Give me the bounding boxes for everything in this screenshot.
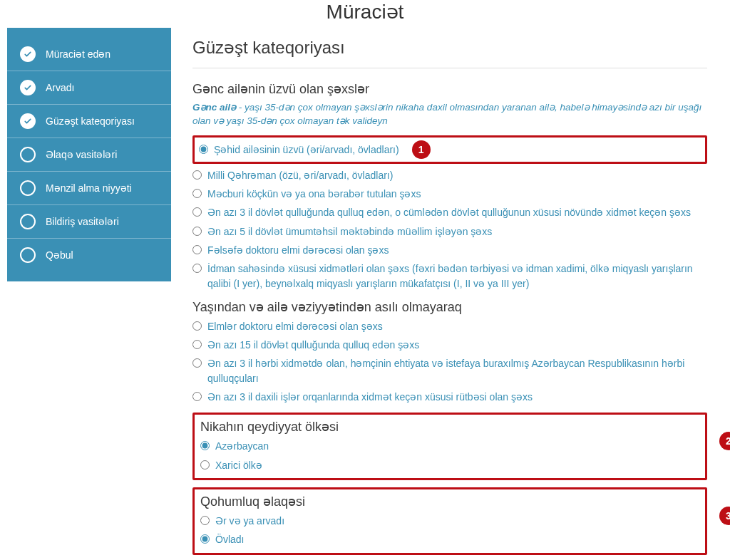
radio-sehid-ailesi[interactable]: Şəhid ailəsinin üzvü (əri/arvadı, övladl…	[199, 142, 399, 157]
radio-label: Elmlər doktoru elmi dərəcəsi olan şəxs	[207, 319, 383, 333]
radio-option[interactable]: Elmlər doktoru elmi dərəcəsi olan şəxs	[192, 319, 707, 333]
main-content: Güzəşt kateqoriyası Gənc ailənin üzvü ol…	[171, 28, 723, 560]
check-circle-icon	[20, 80, 36, 95]
section-regardless-heading: Yaşından və ailə vəziyyətindən asılı olm…	[192, 299, 707, 315]
radio-option[interactable]: İdman sahəsində xüsusi xidmətləri olan ş…	[192, 261, 707, 291]
radio-input[interactable]	[200, 516, 210, 525]
sidebar-item-label: Qəbul	[46, 249, 73, 261]
radio-label: Milli Qəhrəman (özü, əri/arvadı, övladla…	[207, 168, 393, 182]
radio-option[interactable]: Xarici ölkə	[200, 458, 681, 472]
sidebar-item[interactable]: Əlaqə vasitələri	[7, 138, 171, 172]
radio-label: Şəhid ailəsinin üzvü (əri/arvadı, övladl…	[214, 142, 399, 157]
marriage-country-heading: Nikahın qeydiyyat ölkəsi	[200, 419, 681, 435]
radio-input[interactable]	[192, 207, 202, 217]
radio-input[interactable]	[200, 460, 210, 470]
radio-label: Ən azı 5 il dövlət ümumtəhsil məktəbində…	[207, 224, 492, 239]
radio-option[interactable]: Fəlsəfə doktoru elmi dərəcəsi olan şəxs	[192, 243, 707, 257]
radio-label: Ən azı 3 il hərbi xidmətdə olan, həmçini…	[207, 356, 707, 385]
radio-input[interactable]	[192, 245, 202, 254]
check-circle-icon	[20, 113, 36, 129]
section2-radios: Elmlər doktoru elmi dərəcəsi olan şəxsƏn…	[192, 319, 707, 404]
radio-option[interactable]: Məcburi köçkün və ya ona bərabər tutulan…	[192, 187, 707, 201]
callout-1: Şəhid ailəsinin üzvü (əri/arvadı, övladl…	[192, 135, 707, 164]
radio-option[interactable]: Ən azı 15 il dövlət qulluğunda qulluq ed…	[192, 338, 707, 352]
circle-icon	[20, 247, 36, 263]
radio-label: Azərbaycan	[215, 439, 269, 453]
radio-input[interactable]	[200, 534, 210, 544]
sidebar-item-label: Arvadı	[46, 82, 74, 93]
sidebar-item-label: Müraciət edən	[46, 48, 110, 60]
sidebar-item[interactable]: Arvadı	[7, 71, 171, 105]
radio-label: Ən azı 15 il dövlət qulluğunda qulluq ed…	[207, 338, 419, 352]
radio-input[interactable]	[192, 189, 202, 198]
radio-label: Ər və ya arvadı	[215, 514, 284, 528]
radio-label: İdman sahəsində xüsusi xidmətləri olan ş…	[207, 261, 707, 291]
section-young-family-heading: Gənc ailənin üzvü olan şəxslər	[192, 81, 707, 97]
callout-3: Qohumluq əlaqəsi Ər və ya arvadıÖvladı 3	[192, 487, 707, 555]
radio-label: Məcburi köçkün və ya ona bərabər tutulan…	[207, 187, 421, 201]
radio-input[interactable]	[192, 227, 202, 236]
sidebar-item[interactable]: Qəbul	[7, 239, 171, 271]
circle-icon	[20, 147, 36, 162]
circle-icon	[20, 180, 36, 196]
radio-input[interactable]	[192, 321, 202, 331]
radio-input[interactable]	[199, 145, 208, 154]
radio-option[interactable]: Azərbaycan	[200, 439, 681, 453]
check-circle-icon	[20, 46, 36, 62]
page-header: Müraciət	[7, 0, 723, 28]
wizard-sidebar: Müraciət edənArvadıGüzəşt kateqoriyasıƏl…	[7, 28, 171, 281]
sidebar-item-label: Güzəşt kateqoriyası	[46, 115, 135, 127]
callout-badge-1: 1	[412, 140, 431, 159]
radio-option[interactable]: Övladı	[200, 532, 685, 546]
radio-input[interactable]	[192, 358, 202, 368]
radio-label: Fəlsəfə doktoru elmi dərəcəsi olan şəxs	[207, 243, 389, 257]
callout-2: Nikahın qeydiyyat ölkəsi AzərbaycanXaric…	[192, 413, 707, 480]
sidebar-item[interactable]: Müraciət edən	[7, 38, 171, 71]
young-family-hint: Gənc ailə - yaşı 35-dən çox olmayan şəxs…	[192, 101, 707, 128]
sidebar-item[interactable]: Mənzil alma niyyəti	[7, 172, 171, 205]
relation-heading: Qohumluq əlaqəsi	[200, 494, 685, 509]
radio-option[interactable]: Milli Qəhrəman (özü, əri/arvadı, övladla…	[192, 168, 707, 182]
section1-remaining-radios: Milli Qəhrəman (özü, əri/arvadı, övladla…	[192, 168, 707, 291]
radio-input[interactable]	[192, 170, 202, 180]
callout-badge-2: 2	[719, 432, 730, 450]
page-title: Güzəşt kateqoriyası	[192, 38, 707, 68]
radio-option[interactable]: Ən azı 3 il hərbi xidmətdə olan, həmçini…	[192, 356, 707, 385]
radio-input[interactable]	[192, 340, 202, 349]
sidebar-item-label: Əlaqə vasitələri	[46, 149, 117, 160]
radio-label: Xarici ölkə	[215, 458, 262, 472]
radio-option[interactable]: Ər və ya arvadı	[200, 514, 685, 528]
radio-option[interactable]: Ən azı 3 il daxili işlər orqanlarında xi…	[192, 390, 707, 404]
radio-label: Ən azı 3 il daxili işlər orqanlarında xi…	[207, 390, 533, 404]
sidebar-item[interactable]: Güzəşt kateqoriyası	[7, 105, 171, 138]
callout-badge-3: 3	[719, 507, 730, 525]
radio-input[interactable]	[200, 441, 210, 450]
radio-label: Ən azı 3 il dövlət qulluğunda qulluq edə…	[207, 205, 691, 219]
radio-option[interactable]: Ən azı 5 il dövlət ümumtəhsil məktəbində…	[192, 224, 707, 239]
radio-input[interactable]	[192, 392, 202, 401]
sidebar-item[interactable]: Bildiriş vasitələri	[7, 205, 171, 239]
circle-icon	[20, 214, 36, 229]
sidebar-item-label: Bildiriş vasitələri	[46, 216, 119, 227]
sidebar-item-label: Mənzil alma niyyəti	[46, 182, 132, 194]
radio-option[interactable]: Ən azı 3 il dövlət qulluğunda qulluq edə…	[192, 205, 707, 219]
radio-input[interactable]	[192, 264, 202, 273]
radio-label: Övladı	[215, 532, 244, 546]
